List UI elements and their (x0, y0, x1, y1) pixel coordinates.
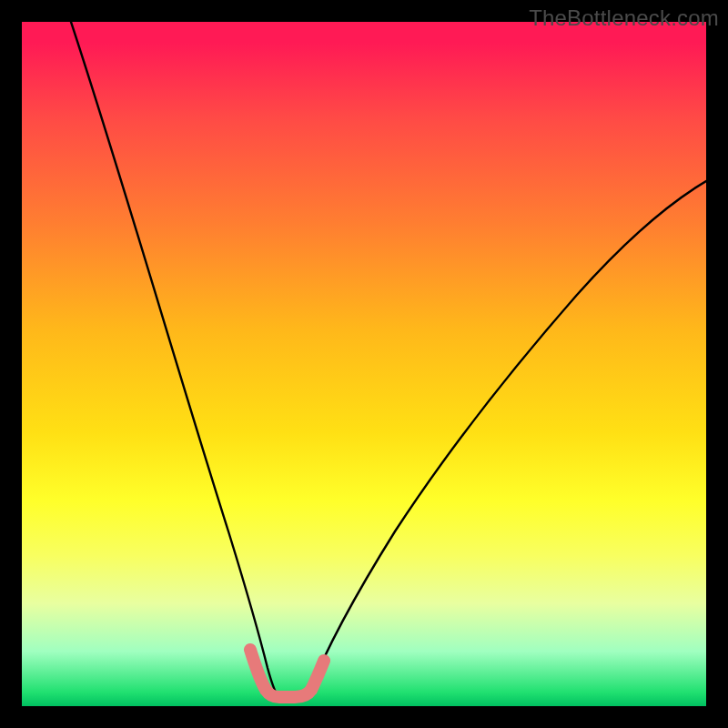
chart-curves (22, 22, 706, 706)
watermark-text: TheBottleneck.com (529, 5, 719, 31)
chart-plot-area (22, 22, 706, 706)
bottleneck-curve-right (308, 181, 706, 693)
bottleneck-curve-left (71, 22, 278, 695)
highlight-marker-path (250, 650, 324, 697)
